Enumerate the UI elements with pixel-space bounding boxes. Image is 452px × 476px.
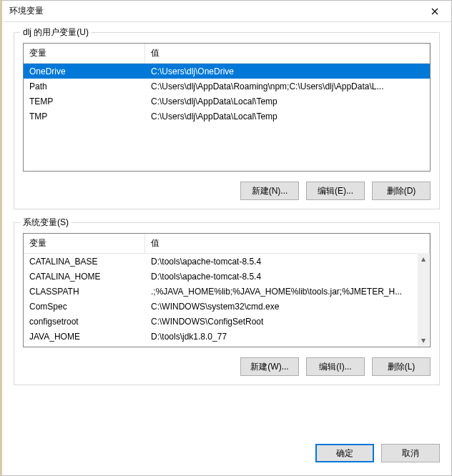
var-name-cell: configsetroot — [24, 317, 145, 327]
table-row[interactable]: CLASSPATH.;%JAVA_HOME%lib;%JAVA_HOME%lib… — [24, 284, 430, 299]
system-delete-button[interactable]: 删除(L) — [372, 357, 431, 376]
table-row[interactable]: PathC:\Users\dlj\AppData\Roaming\npm;C:\… — [24, 79, 430, 94]
user-vars-list[interactable]: 变量 值 OneDriveC:\Users\dlj\OneDrivePathC:… — [23, 43, 431, 172]
table-row[interactable]: JMETER_HOMED:\tools\apache-jmeter-3.2 — [24, 344, 430, 347]
var-name-cell: JAVA_HOME — [24, 332, 145, 342]
user-vars-group: dlj 的用户变量(U) 变量 值 OneDriveC:\Users\dlj\O… — [14, 32, 440, 209]
var-value-cell: D:\tools\jdk1.8.0_77 — [145, 332, 430, 342]
table-row[interactable]: TMPC:\Users\dlj\AppData\Local\Temp — [24, 109, 430, 124]
table-row[interactable]: configsetrootC:\WINDOWS\ConfigSetRoot — [24, 314, 430, 329]
var-value-cell: C:\Users\dlj\OneDrive — [145, 66, 430, 76]
system-vars-group: 系统变量(S) 变量 值 CATALINA_BASED:\tools\apach… — [14, 222, 440, 385]
close-button[interactable] — [424, 4, 446, 19]
table-row[interactable]: CATALINA_HOMED:\tools\apache-tomcat-8.5.… — [24, 269, 430, 284]
system-vars-body: CATALINA_BASED:\tools\apache-tomcat-8.5.… — [24, 254, 430, 347]
sys-col-value[interactable]: 值 — [145, 234, 430, 253]
user-vars-legend: dlj 的用户变量(U) — [20, 26, 92, 39]
var-value-cell: D:\tools\apache-jmeter-3.2 — [145, 347, 430, 347]
var-name-cell: JMETER_HOME — [24, 347, 145, 347]
var-value-cell: D:\tools\apache-tomcat-8.5.4 — [145, 272, 430, 282]
system-vars-list[interactable]: 变量 值 CATALINA_BASED:\tools\apache-tomcat… — [23, 233, 431, 347]
var-name-cell: Path — [24, 81, 145, 91]
user-vars-body: OneDriveC:\Users\dlj\OneDrivePathC:\User… — [24, 64, 430, 171]
user-col-value[interactable]: 值 — [145, 44, 430, 63]
close-icon — [431, 8, 438, 15]
system-button-row: 新建(W)... 编辑(I)... 删除(L) — [23, 357, 431, 376]
var-name-cell: TEMP — [24, 96, 145, 106]
system-new-button[interactable]: 新建(W)... — [240, 357, 299, 376]
system-vars-scrollbar[interactable]: ▴ ▾ — [418, 253, 429, 346]
var-name-cell: CLASSPATH — [24, 287, 145, 297]
var-name-cell: TMP — [24, 111, 145, 122]
window-title: 环境变量 — [9, 5, 44, 17]
titlebar: 环境变量 — [2, 1, 451, 22]
dialog-button-row: 确定 取消 — [2, 444, 451, 475]
var-name-cell: CATALINA_BASE — [24, 257, 145, 267]
system-edit-button[interactable]: 编辑(I)... — [306, 357, 365, 376]
table-row[interactable]: CATALINA_BASED:\tools\apache-tomcat-8.5.… — [24, 254, 430, 269]
system-vars-legend: 系统变量(S) — [20, 217, 72, 229]
var-value-cell: .;%JAVA_HOME%lib;%JAVA_HOME%lib\tools.ja… — [145, 287, 430, 297]
cancel-button[interactable]: 取消 — [381, 444, 440, 462]
var-value-cell: C:\Users\dlj\AppData\Roaming\npm;C:\User… — [145, 81, 430, 91]
var-value-cell: C:\WINDOWS\system32\cmd.exe — [145, 302, 430, 312]
user-new-button[interactable]: 新建(N)... — [240, 182, 299, 200]
user-vars-header: 变量 值 — [24, 44, 430, 64]
user-col-name[interactable]: 变量 — [24, 44, 145, 63]
scroll-up-icon[interactable]: ▴ — [418, 253, 429, 264]
table-row[interactable]: TEMPC:\Users\dlj\AppData\Local\Temp — [24, 94, 430, 109]
scroll-down-icon[interactable]: ▾ — [418, 334, 429, 346]
user-delete-button[interactable]: 删除(D) — [372, 182, 431, 200]
sys-col-name[interactable]: 变量 — [24, 234, 145, 253]
var-value-cell: D:\tools\apache-tomcat-8.5.4 — [145, 257, 430, 267]
system-vars-header: 变量 值 — [24, 234, 430, 254]
user-edit-button[interactable]: 编辑(E)... — [306, 182, 365, 200]
var-value-cell: C:\Users\dlj\AppData\Local\Temp — [145, 111, 430, 122]
var-value-cell: C:\WINDOWS\ConfigSetRoot — [145, 317, 430, 327]
ok-button[interactable]: 确定 — [315, 444, 374, 462]
env-vars-dialog: 环境变量 dlj 的用户变量(U) 变量 值 OneDriveC:\Users\… — [0, 0, 452, 476]
table-row[interactable]: OneDriveC:\Users\dlj\OneDrive — [24, 64, 430, 79]
var-value-cell: C:\Users\dlj\AppData\Local\Temp — [145, 96, 430, 106]
var-name-cell: ComSpec — [24, 302, 145, 312]
table-row[interactable]: ComSpecC:\WINDOWS\system32\cmd.exe — [24, 299, 430, 314]
user-button-row: 新建(N)... 编辑(E)... 删除(D) — [23, 182, 431, 200]
var-name-cell: CATALINA_HOME — [24, 272, 145, 282]
var-name-cell: OneDrive — [24, 66, 145, 76]
content-area: dlj 的用户变量(U) 变量 值 OneDriveC:\Users\dlj\O… — [2, 22, 451, 444]
table-row[interactable]: JAVA_HOMED:\tools\jdk1.8.0_77 — [24, 329, 430, 344]
